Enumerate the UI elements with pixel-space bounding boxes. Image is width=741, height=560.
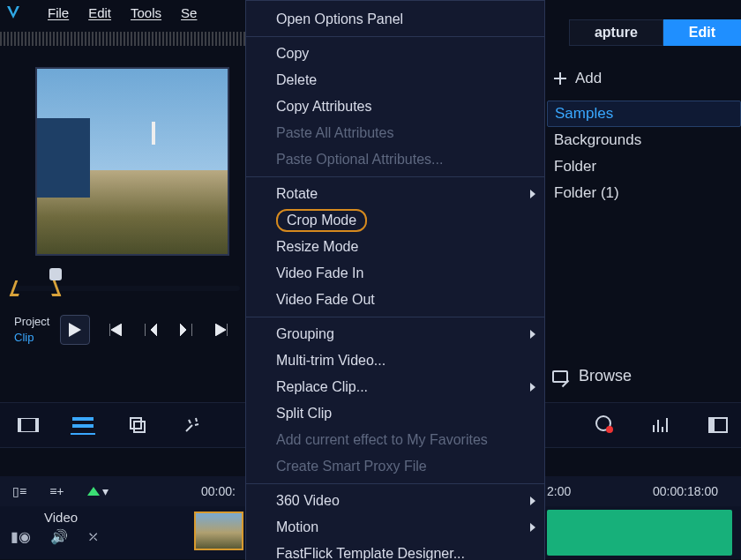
go-end-button[interactable] [212,320,231,340]
ctx-video-fade-out[interactable]: Video Fade Out [246,287,544,313]
ctx-crop-mode[interactable]: Crop Mode [246,207,544,234]
library-panel: Add Samples Backgrounds Folder Folder (1… [547,65,741,206]
library-item-folder[interactable]: Folder [547,153,741,180]
tab-capture[interactable]: apture [569,19,663,46]
prev-frame-button[interactable] [141,320,161,340]
timecode-2: 2:00 [547,484,571,498]
ruler-strip [0,32,247,46]
ctx-rotate[interactable]: Rotate [246,181,544,207]
ctx-multi-trim-video[interactable]: Multi-trim Video... [246,347,544,374]
svg-rect-4 [72,424,94,428]
library-add[interactable]: Add [547,65,741,92]
ctx-create-smart-proxy-file: Create Smart Proxy File [246,453,544,480]
svg-rect-1 [18,418,21,432]
tab-edit[interactable]: Edit [663,19,741,46]
svg-rect-5 [131,418,141,429]
fx-icon[interactable] [180,415,205,435]
marker-icon[interactable]: ▾ [87,484,109,498]
menu-tools[interactable]: Tools [131,5,161,20]
timecode-3: 00:00:18:00 [653,484,718,498]
app-logo-icon [5,4,21,20]
ctx-copy[interactable]: Copy [246,41,544,67]
ctx-fastflick-template-designer[interactable]: FastFlick Template Designer... [246,541,544,560]
menu-edit[interactable]: Edit [88,5,111,20]
svg-rect-3 [72,417,94,421]
playback-mode[interactable]: Project Clip [14,314,49,346]
chapter-icon[interactable] [706,415,730,435]
menu-settings[interactable]: Se [181,5,197,20]
context-menu: Open Options PanelCopyDeleteCopy Attribu… [245,0,545,560]
menu-file[interactable]: File [48,5,69,20]
tracks-config-icon[interactable]: ▯≡ [12,484,26,498]
submenu-arrow-icon [530,497,535,505]
audio-mixer-icon[interactable] [649,415,674,435]
go-start-button[interactable] [106,320,125,340]
record-icon[interactable] [593,415,618,435]
ctx-open-options-panel[interactable]: Open Options Panel [246,6,544,33]
ctx-paste-optional-attributes: Paste Optional Attributes... [246,146,544,173]
next-frame-button[interactable] [176,320,196,340]
tracks-add-icon[interactable]: ≡+ [49,484,64,498]
browse-button[interactable]: Browse [547,367,741,385]
library-item-folder-1[interactable]: Folder (1) [547,180,741,206]
storyboard-view-icon[interactable] [16,415,41,435]
preview-monitor[interactable] [35,67,229,256]
svg-rect-10 [709,418,715,432]
ctx-360-video[interactable]: 360 Video [246,488,544,514]
ctx-resize-mode[interactable]: Resize Mode [246,234,544,260]
play-button[interactable] [60,315,90,345]
svg-rect-2 [35,418,39,432]
speaker-icon[interactable]: 🔊 [50,528,68,545]
ctx-motion[interactable]: Motion [246,514,544,541]
submenu-arrow-icon [530,330,535,339]
ctx-delete[interactable]: Delete [246,67,544,93]
library-item-backgrounds[interactable]: Backgrounds [547,127,741,153]
track-label: Video [0,506,141,528]
submenu-arrow-icon [530,523,535,532]
ctx-paste-all-attributes: Paste All Attributes [246,120,544,146]
ctx-add-current-effect-to-my-favorites: Add current effect to My Favorites [246,427,544,453]
timecode-1: 00:00: [201,484,236,498]
clip-block[interactable] [547,510,732,556]
svg-rect-6 [134,422,145,432]
workspace-tabs: apture Edit [569,19,741,46]
lock-off-icon[interactable]: ⤫ [87,528,99,545]
ctx-grouping[interactable]: Grouping [246,321,544,347]
ctx-video-fade-in[interactable]: Video Fade In [246,260,544,287]
browse-icon [552,370,568,383]
clip-thumbnail[interactable] [194,511,243,550]
svg-point-8 [606,426,613,433]
submenu-arrow-icon [530,190,535,198]
timeline-view-icon[interactable] [71,415,95,435]
plus-icon [554,72,566,85]
submenu-arrow-icon [530,383,535,392]
ctx-replace-clip[interactable]: Replace Clip... [246,374,544,400]
copy-icon[interactable] [125,415,150,435]
ctx-copy-attributes[interactable]: Copy Attributes [246,93,544,120]
ctx-split-clip[interactable]: Split Clip [246,400,544,427]
camera-icon[interactable]: ▮◉ [11,528,31,545]
library-item-samples[interactable]: Samples [547,101,741,127]
track-header: Video ▮◉ 🔊 ⤫ [0,506,141,559]
